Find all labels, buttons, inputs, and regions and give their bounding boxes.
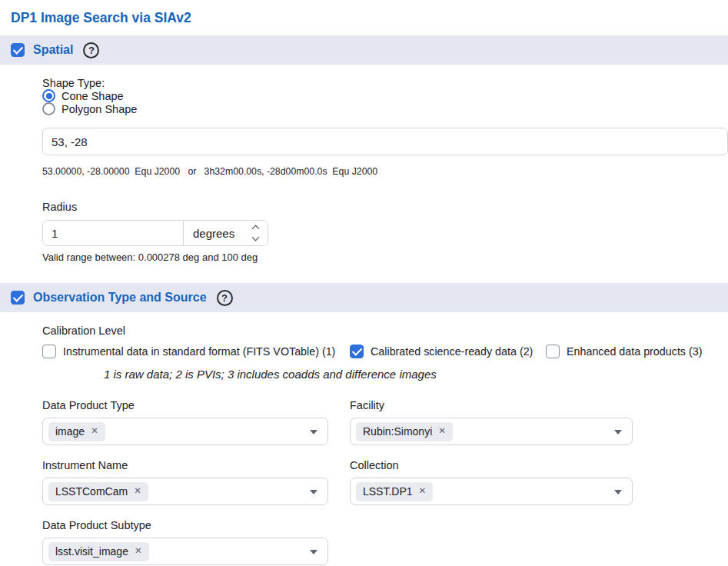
- radio-icon: [42, 102, 55, 115]
- observation-section-body: Calibration Level Instrumental data in s…: [0, 312, 728, 566]
- radius-range-text: Valid range between: 0.000278 deg and 10…: [42, 251, 728, 263]
- data-product-subtype-label: Data Product Subtype: [42, 519, 328, 531]
- coords-example-text: 53.00000, -28.00000 Equ J2000 or 3h32m00…: [42, 166, 728, 177]
- chip-lsst-visit-image: lsst.visit_image ✕: [48, 542, 149, 561]
- chip-remove-icon[interactable]: ✕: [419, 487, 427, 496]
- chip-remove-icon[interactable]: ✕: [134, 487, 141, 496]
- chevron-down-icon: [310, 550, 317, 554]
- checkbox-icon: [546, 345, 560, 358]
- chip-lsst-dp1: LSST.DP1 ✕: [356, 482, 433, 501]
- chevron-down-icon: [614, 430, 622, 434]
- radius-unit-value: degrees: [193, 227, 234, 240]
- cone-shape-radio[interactable]: Cone Shape: [42, 89, 728, 102]
- checkbox-icon: [350, 345, 364, 358]
- radius-input-group: degrees: [42, 220, 268, 246]
- spatial-section-title: Spatial: [33, 43, 73, 57]
- chip-label: image: [55, 425, 85, 438]
- checkbox-label: Instrumental data in standard format (FI…: [63, 345, 335, 358]
- checkbox-icon: [42, 345, 56, 358]
- checkbox-label: Enhanced data products (3): [567, 345, 702, 358]
- chip-label: lsst.visit_image: [55, 545, 128, 558]
- unit-stepper-icon[interactable]: [253, 226, 260, 240]
- facility-field: Facility Rubin:Simonyi ✕: [350, 399, 633, 445]
- polygon-shape-radio[interactable]: Polygon Shape: [42, 102, 728, 115]
- target-coords-input[interactable]: [42, 128, 728, 155]
- calibration-options-row: Instrumental data in standard format (FI…: [42, 345, 728, 358]
- collection-select[interactable]: LSST.DP1 ✕: [350, 478, 633, 505]
- spatial-enabled-checkbox[interactable]: [11, 43, 25, 57]
- calibration-checkbox-instrumental[interactable]: Instrumental data in standard format (FI…: [42, 345, 350, 358]
- image-search-panel: DP1 Image Search via SIAv2 Spatial ? Sha…: [0, 0, 728, 566]
- instrument-name-label: Instrument Name: [42, 459, 328, 471]
- help-icon[interactable]: ?: [217, 290, 233, 306]
- collection-label: Collection: [350, 459, 633, 471]
- chip-label: LSSTComCam: [55, 485, 128, 498]
- chip-lsstcomcam: LSSTComCam ✕: [48, 482, 148, 501]
- radius-input[interactable]: [43, 221, 183, 245]
- data-product-subtype-select[interactable]: lsst.visit_image ✕: [42, 538, 328, 565]
- observation-enabled-checkbox[interactable]: [11, 291, 25, 305]
- observation-fields-grid: Data Product Type image ✕ Facility Rubin…: [42, 399, 728, 565]
- facility-select[interactable]: Rubin:Simonyi ✕: [350, 418, 633, 445]
- chevron-down-icon: [310, 430, 317, 434]
- calibration-level-label: Calibration Level: [42, 325, 728, 337]
- observation-section-title: Observation Type and Source: [33, 291, 207, 305]
- chip-remove-icon[interactable]: ✕: [91, 427, 98, 436]
- calibration-note: 1 is raw data; 2 is PVIs; 3 includes coa…: [104, 368, 728, 381]
- chip-rubin-simonyi: Rubin:Simonyi ✕: [356, 422, 453, 441]
- chip-label: LSST.DP1: [363, 485, 413, 498]
- instrument-name-field: Instrument Name LSSTComCam ✕: [42, 459, 328, 505]
- chip-remove-icon[interactable]: ✕: [135, 547, 142, 556]
- radio-icon: [42, 89, 55, 102]
- chevron-up-icon: [252, 225, 260, 233]
- data-product-subtype-field: Data Product Subtype lsst.visit_image ✕: [42, 519, 328, 565]
- page-title: DP1 Image Search via SIAv2: [0, 0, 728, 35]
- radius-unit-select[interactable]: degrees: [183, 221, 268, 245]
- calibration-checkbox-calibrated[interactable]: Calibrated science-ready data (2): [350, 345, 546, 358]
- data-product-type-label: Data Product Type: [42, 399, 328, 411]
- facility-label: Facility: [350, 399, 633, 411]
- radio-label: Cone Shape: [61, 90, 124, 102]
- calibration-checkbox-enhanced[interactable]: Enhanced data products (3): [546, 345, 702, 358]
- instrument-name-select[interactable]: LSSTComCam ✕: [42, 478, 328, 505]
- chip-label: Rubin:Simonyi: [363, 425, 432, 438]
- chevron-down-icon: [252, 234, 260, 241]
- spatial-section-header: Spatial ?: [0, 35, 728, 65]
- chevron-down-icon: [310, 490, 317, 494]
- observation-section-header: Observation Type and Source ?: [0, 283, 728, 312]
- chevron-down-icon: [614, 490, 622, 494]
- radius-label: Radius: [42, 201, 728, 213]
- chip-remove-icon[interactable]: ✕: [438, 427, 446, 436]
- data-product-type-select[interactable]: image ✕: [42, 418, 328, 445]
- shape-type-label: Shape Type:: [42, 77, 105, 89]
- data-product-type-field: Data Product Type image ✕: [42, 399, 328, 445]
- help-icon[interactable]: ?: [83, 42, 99, 58]
- chip-image: image ✕: [48, 422, 105, 441]
- collection-field: Collection LSST.DP1 ✕: [350, 459, 633, 505]
- shape-type-row: Shape Type: Cone Shape Polygon Shape: [42, 77, 728, 115]
- checkbox-label: Calibrated science-ready data (2): [371, 345, 533, 358]
- spatial-section-body: Shape Type: Cone Shape Polygon Shape 53.…: [0, 65, 728, 283]
- radio-label: Polygon Shape: [61, 103, 137, 115]
